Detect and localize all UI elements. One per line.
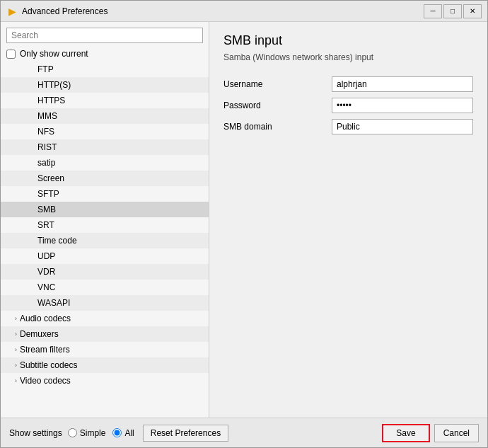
list-item[interactable]: UDP (1, 248, 209, 264)
app-icon: ▶ (6, 6, 18, 17)
list-item[interactable]: SMB (1, 202, 209, 217)
field-label: SMB domain (223, 122, 323, 132)
only-show-current-label: Only show current (20, 49, 88, 59)
sidebar: Only show current FTPHTTP(S)HTTPSMMSNFSR… (1, 22, 209, 418)
collapsible-label: Demuxers (20, 329, 59, 339)
chevron-icon: › (15, 315, 17, 322)
radio-simple-label: Simple (80, 428, 106, 438)
reset-preferences-button[interactable]: Reset Preferences (143, 425, 228, 442)
search-input[interactable] (6, 28, 203, 43)
close-button[interactable]: ✕ (463, 4, 482, 18)
window-controls: ─ □ ✕ (424, 4, 482, 18)
panel-subtitle: Samba (Windows network shares) input (223, 52, 473, 62)
list-item[interactable]: FTP (1, 62, 209, 77)
field-label: Username (223, 79, 323, 89)
bottom-bar: Show settings Simple All Reset Preferenc… (1, 418, 487, 447)
chevron-icon: › (15, 362, 17, 369)
save-button[interactable]: Save (382, 424, 429, 442)
list-item[interactable]: VNC (1, 280, 209, 295)
field-input-password[interactable] (332, 98, 473, 113)
list-item[interactable]: VDR (1, 264, 209, 280)
collapsible-label: Audio codecs (20, 314, 71, 323)
radio-all-label: All (124, 428, 134, 438)
advanced-preferences-window: ▶ Advanced Preferences ─ □ ✕ Only show c… (0, 0, 488, 448)
list-item[interactable]: satip (1, 155, 209, 171)
field-input-smb-domain[interactable] (332, 119, 473, 134)
list-item[interactable]: MMS (1, 108, 209, 124)
panel-title: SMB input (223, 33, 473, 48)
only-show-current-checkbox[interactable] (6, 50, 16, 59)
radio-all[interactable]: All (112, 428, 134, 438)
list-item[interactable]: SFTP (1, 186, 209, 202)
window-title: Advanced Preferences (22, 6, 424, 16)
list-item[interactable]: Screen (1, 171, 209, 186)
radio-group: Simple All (68, 428, 134, 438)
list-item[interactable]: HTTP(S) (1, 77, 209, 93)
chevron-icon: › (15, 346, 17, 353)
list-item[interactable]: Time code (1, 233, 209, 248)
sidebar-list: FTPHTTP(S)HTTPSMMSNFSRISTsatipScreenSFTP… (1, 62, 209, 418)
maximize-button[interactable]: □ (443, 4, 462, 18)
collapsible-item[interactable]: ›Demuxers (1, 326, 209, 342)
collapsible-item[interactable]: ›Stream filters (1, 342, 209, 357)
list-item[interactable]: HTTPS (1, 93, 209, 108)
list-item[interactable]: WASAPI (1, 295, 209, 311)
only-show-current-row: Only show current (1, 46, 209, 62)
chevron-icon: › (15, 331, 17, 338)
radio-simple[interactable]: Simple (68, 428, 106, 438)
list-item[interactable]: NFS (1, 124, 209, 139)
main-panel: SMB input Samba (Windows network shares)… (209, 22, 487, 418)
collapsible-label: Stream filters (20, 345, 70, 355)
collapsible-item[interactable]: ›Subtitle codecs (1, 357, 209, 373)
field-label: Password (223, 100, 323, 110)
chevron-icon: › (15, 377, 17, 384)
list-item[interactable]: RIST (1, 139, 209, 155)
title-bar: ▶ Advanced Preferences ─ □ ✕ (1, 1, 487, 22)
collapsible-item[interactable]: ›Audio codecs (1, 311, 209, 326)
cancel-button[interactable]: Cancel (434, 424, 479, 442)
list-item[interactable]: SRT (1, 217, 209, 233)
content-area: Only show current FTPHTTP(S)HTTPSMMSNFSR… (1, 22, 487, 418)
collapsible-label: Video codecs (20, 376, 71, 386)
minimize-button[interactable]: ─ (424, 4, 442, 18)
bottom-right-controls: Save Cancel (382, 424, 479, 442)
collapsible-item[interactable]: ›Video codecs (1, 373, 209, 389)
collapsible-label: Subtitle codecs (20, 360, 77, 370)
show-settings-label: Show settings (9, 428, 62, 438)
field-input-username[interactable] (332, 76, 473, 92)
settings-form: UsernamePasswordSMB domain (223, 76, 473, 134)
